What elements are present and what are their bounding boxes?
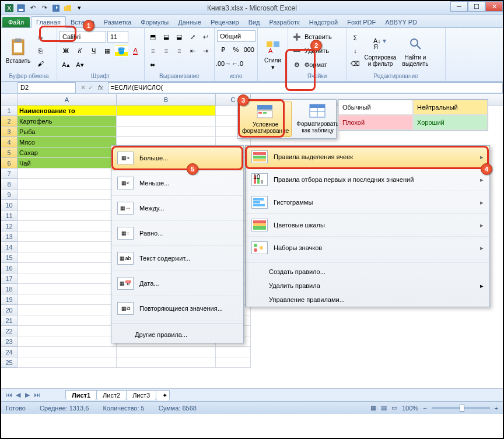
- undo-icon[interactable]: ↶: [28, 3, 37, 13]
- icon-sets-item[interactable]: Наборы значков ▸: [246, 237, 489, 259]
- cell[interactable]: [18, 357, 117, 368]
- cell[interactable]: [117, 347, 216, 357]
- style-good[interactable]: Хороший: [413, 115, 488, 130]
- formula-input[interactable]: =ЕСЛИ(ЕЧИСЛО(: [108, 82, 503, 93]
- col-header-b[interactable]: B: [117, 94, 216, 105]
- copy-icon[interactable]: ⎘: [34, 45, 47, 57]
- cell[interactable]: [18, 305, 117, 315]
- format-painter-icon[interactable]: 🖌: [34, 58, 47, 69]
- style-bad[interactable]: Плохой: [338, 115, 413, 130]
- cell[interactable]: [18, 231, 117, 242]
- align-bottom-icon[interactable]: ⬓: [173, 31, 186, 43]
- more-rules-item[interactable]: Другие правила...: [111, 326, 243, 343]
- qat-dropdown-icon[interactable]: ▾: [75, 3, 84, 13]
- select-all-corner[interactable]: [1, 94, 18, 105]
- font-name-combo[interactable]: Calibri: [60, 31, 106, 43]
- fill-color-icon[interactable]: 🪣: [115, 45, 128, 57]
- italic-icon[interactable]: К: [74, 45, 86, 57]
- date-occurring-item[interactable]: ▦📅 Дата...: [111, 271, 243, 296]
- view-normal-icon[interactable]: ▦: [370, 404, 376, 412]
- format-as-table-button[interactable]: Форматировать как таблицу: [294, 101, 341, 137]
- format-cells-icon[interactable]: ⚙: [290, 59, 303, 71]
- insert-cells-button[interactable]: Вставить: [304, 33, 332, 40]
- col-header-a[interactable]: A: [18, 94, 117, 105]
- delete-cells-icon[interactable]: ➖: [290, 45, 303, 57]
- data-bars-item[interactable]: Гистограммы ▸: [246, 191, 489, 214]
- wrap-text-icon[interactable]: ↩: [200, 31, 212, 43]
- row-header[interactable]: 6: [1, 158, 18, 168]
- cell[interactable]: [117, 116, 216, 127]
- duplicate-values-item[interactable]: ▦⧉ Повторяющиеся значения...: [111, 296, 243, 321]
- color-scales-item[interactable]: Цветовые шкалы ▸: [246, 214, 489, 237]
- cancel-formula-icon[interactable]: ✕: [80, 84, 86, 92]
- align-center-icon[interactable]: ≡: [160, 45, 173, 57]
- cell[interactable]: [18, 221, 117, 231]
- row-header[interactable]: 13: [1, 231, 18, 242]
- row-header[interactable]: 9: [1, 189, 18, 200]
- row-header[interactable]: 23: [1, 336, 18, 347]
- merge-icon[interactable]: ⬌: [147, 59, 158, 71]
- row-header[interactable]: 15: [1, 252, 18, 263]
- underline-icon[interactable]: Ч: [88, 45, 100, 57]
- paste-button[interactable]: Вставить: [4, 31, 33, 70]
- row-header[interactable]: 19: [1, 294, 18, 305]
- cell[interactable]: [18, 200, 117, 210]
- tab-foxit[interactable]: Foxit PDF: [342, 17, 380, 27]
- tab-file[interactable]: Файл: [2, 17, 30, 27]
- enter-formula-icon[interactable]: ✓: [88, 84, 93, 92]
- cell[interactable]: Наименование то: [18, 106, 117, 116]
- font-color-icon[interactable]: A: [129, 45, 142, 57]
- align-left-icon[interactable]: ≡: [147, 45, 159, 57]
- row-header[interactable]: 3: [1, 127, 18, 137]
- cell[interactable]: [18, 263, 117, 273]
- cell[interactable]: Мясо: [18, 137, 117, 147]
- zoom-level[interactable]: 100%: [402, 405, 418, 412]
- comma-icon[interactable]: 000: [243, 44, 255, 55]
- insert-cells-icon[interactable]: ➕: [290, 31, 303, 43]
- row-header[interactable]: 8: [1, 179, 18, 189]
- equal-to-item[interactable]: ▦= Равно...: [111, 221, 243, 246]
- sort-filter-button[interactable]: A↓Я Сортировка и фильтр: [363, 31, 398, 70]
- cell[interactable]: [18, 210, 117, 221]
- cell[interactable]: [18, 347, 117, 357]
- styles-button[interactable]: A Стили ▾: [260, 36, 285, 74]
- cell[interactable]: Рыба: [18, 127, 117, 137]
- tab-layout[interactable]: Разметка: [99, 17, 136, 27]
- view-layout-icon[interactable]: ▤: [381, 404, 387, 412]
- cut-icon[interactable]: ✂: [34, 32, 47, 44]
- zoom-in-icon[interactable]: +: [495, 405, 498, 412]
- row-header[interactable]: 12: [1, 221, 18, 231]
- style-neutral[interactable]: Нейтральный: [413, 100, 488, 115]
- maximize-button[interactable]: ☐: [468, 1, 485, 12]
- cell[interactable]: [18, 168, 117, 179]
- cell[interactable]: [117, 106, 216, 116]
- cell[interactable]: [18, 242, 117, 252]
- cell[interactable]: [18, 252, 117, 263]
- cell[interactable]: [216, 347, 251, 357]
- border-icon[interactable]: ▦: [101, 45, 114, 57]
- tab-abbyy[interactable]: ABBYY PD: [380, 17, 422, 27]
- row-header[interactable]: 10: [1, 200, 18, 210]
- sheet-tab-2[interactable]: Лист2: [96, 390, 127, 400]
- cell[interactable]: Чай: [18, 158, 117, 168]
- new-rule-item[interactable]: Создать правило...: [246, 265, 489, 279]
- font-size-combo[interactable]: 11: [107, 31, 128, 43]
- sheet-first-icon[interactable]: ⏮: [5, 391, 13, 399]
- highlight-cells-rules-item[interactable]: Правила выделения ячеек ▸: [246, 146, 489, 168]
- row-header[interactable]: 14: [1, 242, 18, 252]
- increase-decimal-icon[interactable]: .00→: [217, 58, 230, 69]
- row-header[interactable]: 2: [1, 116, 18, 127]
- align-right-icon[interactable]: ≡: [173, 45, 186, 57]
- tab-developer[interactable]: Разработк: [265, 17, 304, 27]
- view-pagebreak-icon[interactable]: ▭: [391, 404, 397, 412]
- tab-formulas[interactable]: Формулы: [136, 17, 173, 27]
- close-button[interactable]: ✕: [485, 1, 503, 12]
- row-header[interactable]: 16: [1, 263, 18, 273]
- save-as-icon[interactable]: [51, 3, 61, 13]
- cell[interactable]: [117, 357, 216, 368]
- text-contains-item[interactable]: ▦ab Текст содержит...: [111, 246, 243, 271]
- row-header[interactable]: 5: [1, 147, 18, 158]
- cell[interactable]: [18, 189, 117, 200]
- row-header[interactable]: 7: [1, 168, 18, 179]
- decrease-indent-icon[interactable]: ⇤: [187, 45, 199, 57]
